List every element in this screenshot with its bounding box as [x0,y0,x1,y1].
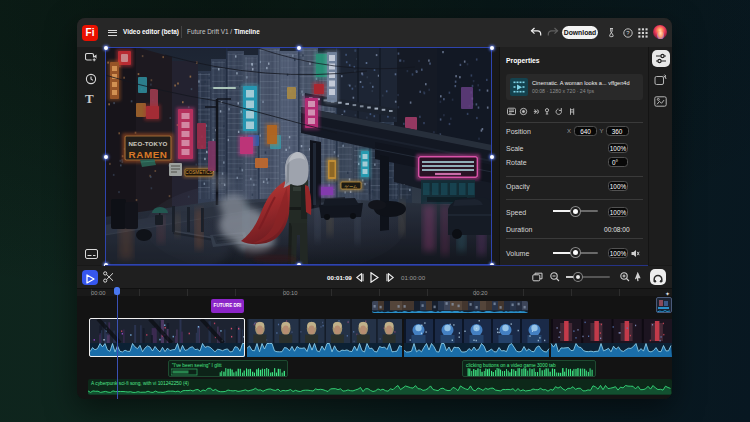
svg-text:?: ? [626,30,630,36]
